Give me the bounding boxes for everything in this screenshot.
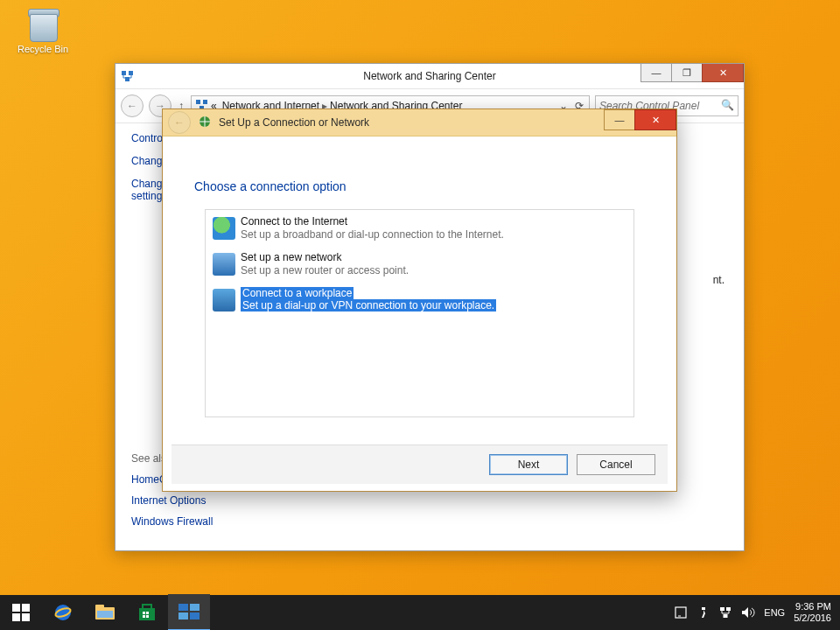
desktop[interactable]: Recycle Bin Network and Sharing Center —…: [0, 0, 840, 595]
svg-rect-3: [196, 100, 200, 104]
svg-rect-15: [97, 611, 113, 618]
svg-rect-25: [190, 612, 200, 620]
tray-power-icon[interactable]: [696, 607, 710, 618]
option-title: Connect to a workplace: [241, 287, 354, 299]
svg-rect-30: [724, 614, 728, 618]
tray-time: 9:36 PM: [794, 601, 831, 612]
titlebar[interactable]: Network and Sharing Center — ❐ ✕: [116, 64, 744, 89]
wizard-title: Set Up a Connection or Network: [219, 116, 369, 129]
desktop-icon-recycle-bin[interactable]: Recycle Bin: [12, 5, 74, 54]
cancel-button[interactable]: Cancel: [577, 454, 655, 475]
wizard-footer: Next Cancel: [172, 444, 668, 484]
tray-volume-icon[interactable]: [741, 606, 755, 619]
recycle-bin-label: Recycle Bin: [12, 44, 74, 54]
taskbar[interactable]: ENG 9:36 PM 5/2/2016: [0, 595, 840, 630]
tray-date: 5/2/2016: [794, 612, 831, 624]
tray-language[interactable]: ENG: [764, 607, 785, 618]
svg-rect-21: [146, 615, 149, 618]
recycle-bin-icon: [24, 5, 61, 42]
svg-rect-1: [129, 71, 133, 75]
svg-rect-22: [178, 604, 188, 611]
wizard-titlebar[interactable]: ← Set Up a Connection or Network — ✕: [163, 109, 676, 136]
search-icon[interactable]: 🔍: [721, 99, 734, 111]
taskbar-item-ie[interactable]: [42, 595, 84, 630]
minimize-button[interactable]: —: [640, 64, 672, 82]
window-controls: — ❐ ✕: [641, 64, 744, 82]
start-button[interactable]: [0, 595, 42, 630]
svg-rect-20: [143, 615, 145, 618]
svg-rect-18: [143, 612, 145, 614]
svg-rect-29: [726, 607, 731, 611]
tray-action-center-icon[interactable]: [675, 606, 687, 619]
wizard-heading: Choose a connection option: [194, 179, 668, 193]
svg-rect-23: [190, 604, 200, 611]
option-subtitle: Set up a dial-up or VPN connection to yo…: [241, 299, 496, 312]
wizard-title-icon: [198, 115, 212, 131]
system-tray[interactable]: ENG 9:36 PM 5/2/2016: [675, 601, 840, 624]
svg-rect-9: [12, 613, 20, 621]
taskbar-item-explorer[interactable]: [84, 595, 126, 630]
connection-option-list[interactable]: Connect to the Internet Set up a broadba…: [205, 209, 634, 417]
svg-rect-28: [720, 607, 724, 611]
option-title: Connect to the Internet: [241, 215, 504, 228]
svg-rect-10: [22, 613, 30, 621]
svg-rect-0: [122, 71, 126, 75]
wizard-window-controls: — ✕: [605, 109, 676, 130]
see-also-windows-firewall[interactable]: Windows Firewall: [131, 515, 213, 528]
taskbar-item-store[interactable]: [126, 595, 168, 630]
wizard-body: Choose a connection option Connect to th…: [172, 171, 668, 442]
svg-rect-19: [146, 612, 149, 614]
globe-icon: [213, 217, 235, 240]
svg-rect-17: [143, 605, 151, 609]
option-setup-new-network[interactable]: Set up a new network Set up a new router…: [206, 246, 634, 282]
svg-rect-8: [22, 604, 30, 612]
briefcase-icon: [213, 289, 235, 312]
svg-rect-4: [203, 100, 207, 104]
router-icon: [213, 253, 235, 276]
truncated-text: nt.: [713, 274, 724, 286]
network-center-icon: [121, 69, 135, 83]
wizard-minimize-button[interactable]: —: [604, 109, 635, 130]
next-button[interactable]: Next: [489, 454, 568, 475]
tray-network-icon[interactable]: [718, 606, 732, 619]
wizard-close-button[interactable]: ✕: [634, 109, 676, 130]
svg-rect-27: [702, 607, 705, 610]
option-title: Set up a new network: [241, 251, 409, 263]
nav-back-button[interactable]: ←: [121, 94, 144, 117]
maximize-button[interactable]: ❐: [671, 64, 703, 82]
svg-rect-14: [95, 605, 104, 609]
tray-clock[interactable]: 9:36 PM 5/2/2016: [794, 601, 831, 624]
option-connect-internet[interactable]: Connect to the Internet Set up a broadba…: [206, 210, 634, 246]
window-title: Network and Sharing Center: [363, 70, 495, 82]
option-connect-workplace[interactable]: Connect to a workplace Set up a dial-up …: [206, 282, 634, 317]
taskbar-item-control-panel[interactable]: [168, 594, 210, 630]
window-setup-connection-wizard: ← Set Up a Connection or Network — ✕ Cho…: [162, 108, 677, 492]
close-button[interactable]: ✕: [702, 64, 744, 82]
option-subtitle: Set up a broadband or dial-up connection…: [241, 228, 504, 241]
svg-rect-7: [12, 604, 20, 612]
wizard-back-button[interactable]: ←: [168, 111, 191, 134]
see-also-internet-options[interactable]: Internet Options: [131, 494, 213, 507]
svg-rect-24: [178, 612, 188, 620]
option-subtitle: Set up a new router or access point.: [241, 264, 409, 276]
